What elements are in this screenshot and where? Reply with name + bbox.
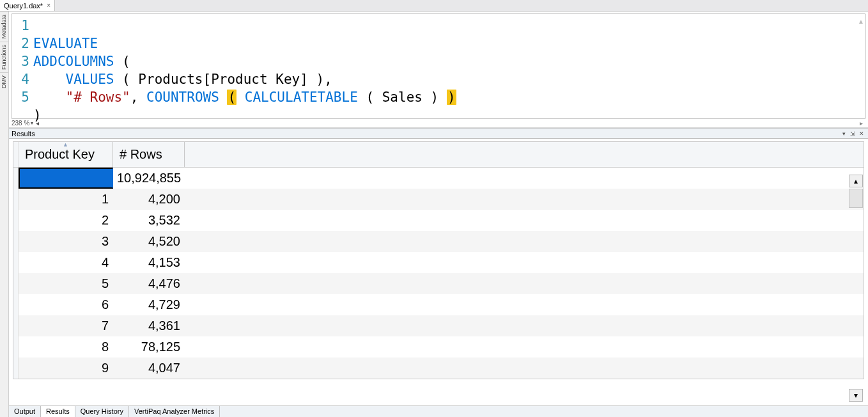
- cell-rows[interactable]: 4,200: [113, 189, 185, 210]
- cell-rows[interactable]: 4,729: [113, 294, 185, 315]
- bottom-tab-output[interactable]: Output: [9, 406, 41, 417]
- table-row[interactable]: 64,729: [13, 294, 864, 315]
- table-row[interactable]: 94,047: [13, 358, 864, 379]
- scroll-right-icon[interactable]: ▸: [860, 120, 865, 127]
- cell-product-key[interactable]: 7: [19, 315, 113, 336]
- sidebar-tab-functions[interactable]: Functions: [0, 42, 8, 72]
- table-row[interactable]: 23,532: [13, 210, 864, 231]
- table-row[interactable]: 44,153: [13, 252, 864, 273]
- cell-product-key[interactable]: 9: [19, 358, 113, 379]
- results-panel: Results ▾ ⇲ ✕ ▲ Product Key: [9, 128, 868, 417]
- column-header-rows[interactable]: # Rows: [113, 142, 185, 167]
- results-title: Results: [12, 130, 840, 138]
- cell-rows[interactable]: 10,924,855: [113, 168, 185, 189]
- table-row[interactable]: 10,924,855: [13, 168, 864, 189]
- cell-rows[interactable]: 4,153: [113, 252, 185, 273]
- bottom-tab-vertipaq[interactable]: VertiPaq Analyzer Metrics: [129, 406, 220, 417]
- bottom-tab-results[interactable]: Results: [41, 406, 75, 417]
- cell-rows[interactable]: 4,047: [113, 358, 185, 379]
- cell-product-key[interactable]: 8: [19, 336, 113, 358]
- table-row[interactable]: 14,200: [13, 189, 864, 210]
- zoom-bar: 238 % ▾ ◂ ▸: [9, 119, 868, 128]
- zoom-level[interactable]: 238 %: [12, 120, 29, 127]
- cell-product-key[interactable]: 2: [19, 210, 113, 231]
- cell-product-key[interactable]: 6: [19, 294, 113, 315]
- code-editor[interactable]: ▲ 1 2 3 4 5 EVALUATE ADDCOLUMNS ( VALUES…: [11, 13, 866, 119]
- scroll-up-icon: ▲: [858, 18, 864, 25]
- cell-rows[interactable]: 78,125: [113, 336, 185, 358]
- vertical-scrollbar[interactable]: ▴ ▾: [849, 175, 863, 402]
- table-row[interactable]: 74,361: [13, 315, 864, 336]
- cell-product-key[interactable]: 3: [19, 231, 113, 252]
- cell-product-key[interactable]: 4: [19, 252, 113, 273]
- bottom-tab-bar: Output Results Query History VertiPaq An…: [9, 405, 868, 417]
- cell-rows[interactable]: 4,476: [113, 273, 185, 294]
- document-tab[interactable]: Query1.dax* ×: [0, 0, 55, 11]
- document-tab-label: Query1.dax*: [4, 2, 43, 10]
- panel-pin-icon[interactable]: ⇲: [849, 130, 856, 138]
- scroll-up-button[interactable]: ▴: [849, 175, 863, 187]
- panel-close-icon[interactable]: ✕: [858, 130, 865, 138]
- table-row[interactable]: 878,125: [13, 336, 864, 358]
- cell-product-key[interactable]: 1: [19, 189, 113, 210]
- cell-product-key[interactable]: [19, 168, 113, 189]
- scroll-thumb[interactable]: [849, 189, 863, 208]
- sidebar-tab-metadata[interactable]: Metadata: [0, 12, 8, 42]
- column-header-product-key[interactable]: ▲ Product Key: [19, 142, 113, 167]
- document-tab-bar: Query1.dax* ×: [0, 0, 868, 12]
- code-content[interactable]: EVALUATE ADDCOLUMNS ( VALUES ( Products[…: [33, 14, 865, 118]
- cell-product-key[interactable]: 5: [19, 273, 113, 294]
- results-header: Results ▾ ⇲ ✕: [9, 129, 868, 139]
- table-row[interactable]: 34,520: [13, 231, 864, 252]
- sidebar-tab-dmv[interactable]: DMV: [0, 72, 8, 91]
- panel-dropdown-icon[interactable]: ▾: [840, 130, 848, 138]
- table-row[interactable]: 54,476: [13, 273, 864, 294]
- line-gutter: 1 2 3 4 5: [12, 14, 33, 118]
- sort-indicator-icon: ▲: [63, 141, 68, 148]
- vertical-sidebar: Metadata Functions DMV: [0, 12, 9, 417]
- results-grid[interactable]: ▲ Product Key # Rows 10,924,85514,20023,…: [13, 141, 864, 379]
- bottom-tab-query-history[interactable]: Query History: [75, 406, 129, 417]
- cell-rows[interactable]: 4,520: [113, 231, 185, 252]
- grid-header-row: ▲ Product Key # Rows: [13, 142, 864, 168]
- scroll-down-button[interactable]: ▾: [849, 389, 863, 402]
- cell-rows[interactable]: 4,361: [113, 315, 185, 336]
- cell-rows[interactable]: 3,532: [113, 210, 185, 231]
- close-icon[interactable]: ×: [47, 2, 50, 9]
